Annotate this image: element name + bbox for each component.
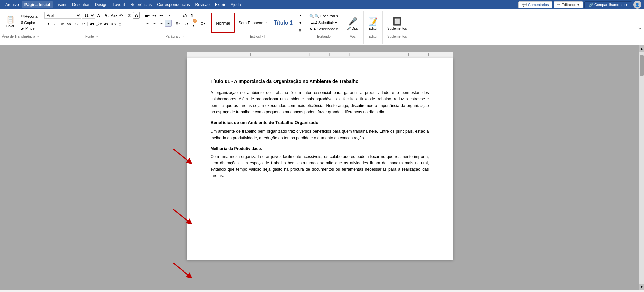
supplements-group: 🔲 Suplementos Suplementos bbox=[383, 11, 411, 44]
phonetic-button[interactable]: 文 bbox=[126, 12, 132, 19]
columns-button[interactable]: ⊟▾ bbox=[174, 20, 181, 27]
char-border-button[interactable]: ⊡ bbox=[117, 20, 123, 27]
show-marks-button[interactable]: ¶ bbox=[188, 12, 195, 19]
styles-group: Normal Sem Espaçame Título 1 ▲ ▼ ⊞ bbox=[209, 11, 306, 44]
italic-button[interactable]: I bbox=[51, 20, 58, 27]
share-button[interactable]: 🔗 Compartilhamento ▾ bbox=[584, 1, 632, 8]
char-shading-button[interactable]: ◾▾ bbox=[110, 20, 116, 27]
style-title1[interactable]: Título 1 bbox=[270, 13, 296, 33]
font-size-select[interactable]: 11 bbox=[82, 12, 95, 19]
styles-scroll: ▲ ▼ ⊞ bbox=[297, 12, 304, 34]
document-page: Título 01 - A Importância da Organização… bbox=[187, 58, 453, 260]
increase-indent-button[interactable]: ⇒ bbox=[174, 12, 181, 19]
align-left-button[interactable]: ≡ bbox=[144, 20, 151, 27]
clipboard-expand-icon[interactable]: ↗ bbox=[36, 35, 40, 38]
ruler-container: |||||||||||| bbox=[0, 52, 639, 58]
editing-group: 🔍 🔍 Localizar ▾ ⇄ ⇄ Substituir ▾ ➤ ➤ Sel… bbox=[306, 11, 342, 44]
para-expand-icon[interactable]: ↗ bbox=[181, 35, 185, 38]
font-label: Fonte ↗ bbox=[44, 34, 140, 39]
scroll-thumb[interactable] bbox=[640, 55, 644, 76]
microphone-icon: 🎤 bbox=[348, 17, 357, 26]
copy-button[interactable]: ⧉ Copiar bbox=[19, 19, 40, 25]
subscript-button[interactable]: X₂ bbox=[72, 20, 79, 27]
change-case-button[interactable]: Aa▾ bbox=[111, 12, 117, 19]
style-no-space-label: Sem Espaçame bbox=[238, 20, 267, 25]
clear-format-button[interactable]: A✕ bbox=[118, 12, 125, 19]
annotation-arrow-1 bbox=[170, 145, 193, 167]
menu-revisao[interactable]: Revisão bbox=[193, 1, 212, 8]
select-icon: ➤ bbox=[310, 27, 313, 31]
decrease-font-button[interactable]: A↓ bbox=[103, 12, 110, 19]
user-avatar[interactable]: 👤 bbox=[633, 1, 641, 9]
strikethrough-button[interactable]: ab bbox=[65, 20, 72, 27]
font-color-button[interactable]: A▾ bbox=[103, 20, 109, 27]
red-arrow-3-svg bbox=[170, 260, 193, 280]
copy-icon: ⧉ bbox=[21, 20, 23, 25]
bullets-button[interactable]: ☰▾ bbox=[144, 12, 151, 19]
page-marker-right bbox=[429, 75, 429, 80]
styles-expand-button[interactable]: ⊞ bbox=[297, 27, 304, 34]
styles-expand-icon[interactable]: ↗ bbox=[260, 35, 265, 38]
menu-inserir[interactable]: Inserir bbox=[53, 1, 69, 8]
comments-button[interactable]: 💬 Comentários bbox=[518, 1, 552, 8]
editor-label: Editor bbox=[366, 34, 380, 39]
style-no-space[interactable]: Sem Espaçame bbox=[235, 13, 270, 33]
font-dialog-button[interactable]: A bbox=[133, 12, 140, 19]
menu-layout[interactable]: Layout bbox=[110, 1, 128, 8]
para2-underline: bem organizado bbox=[258, 129, 287, 134]
menu-pagina-inicial[interactable]: Página Inicial bbox=[22, 1, 53, 8]
svg-line-0 bbox=[173, 149, 190, 162]
justify-button[interactable]: ≡ bbox=[165, 20, 172, 27]
app-body: |||||||||||| bbox=[0, 45, 644, 290]
ribbon: 📋 Colar ✂ Recortar ⧉ Copiar 🖌 bbox=[0, 9, 644, 45]
styles-up-button[interactable]: ▲ bbox=[297, 12, 304, 19]
paste-button[interactable]: 📋 Colar bbox=[2, 12, 19, 31]
replace-button[interactable]: ⇄ ⇄ Substituir ▾ bbox=[309, 20, 338, 26]
align-right-button[interactable]: ≡ bbox=[158, 20, 165, 27]
doc-para-2: Um ambiente de trabalho bem organizado t… bbox=[211, 128, 429, 141]
borders-button[interactable]: ⊡▾ bbox=[199, 20, 206, 27]
shading-button[interactable]: 🎨▾ bbox=[192, 20, 199, 27]
align-center-button[interactable]: ≡ bbox=[151, 20, 158, 27]
underline-button[interactable]: U▾ bbox=[58, 20, 65, 27]
line-spacing-button[interactable]: ↕▾ bbox=[183, 20, 190, 27]
styles-down-button[interactable]: ▼ bbox=[297, 19, 304, 26]
bold-button[interactable]: B bbox=[44, 20, 51, 27]
font-group: Arial 11 A↑ A↓ Aa▾ A✕ 文 A B I U▾ ab bbox=[42, 11, 142, 44]
font-expand-icon[interactable]: ↗ bbox=[95, 35, 99, 38]
clipboard-group: 📋 Colar ✂ Recortar ⧉ Copiar 🖌 bbox=[0, 11, 42, 44]
supplements-button[interactable]: 🔲 Suplementos bbox=[385, 16, 409, 32]
editing-button[interactable]: ✏ Editando ▾ bbox=[554, 1, 583, 8]
sort-button[interactable]: ↕A bbox=[181, 12, 188, 19]
scroll-up-button[interactable]: ▲ bbox=[639, 45, 644, 52]
editor-group: 📝 Editor Editor bbox=[364, 11, 383, 44]
style-normal[interactable]: Normal bbox=[211, 13, 235, 33]
dictate-button[interactable]: 🎤 🎤 Ditar bbox=[344, 16, 361, 32]
select-button[interactable]: ➤ ➤ Selecionar ▾ bbox=[308, 26, 339, 32]
find-button[interactable]: 🔍 🔍 Localizar ▾ bbox=[308, 13, 340, 19]
font-name-select[interactable]: Arial bbox=[44, 12, 81, 19]
superscript-button[interactable]: X² bbox=[80, 20, 86, 27]
annotation-arrow-2 bbox=[170, 206, 193, 227]
menu-correspondencias[interactable]: Correspondências bbox=[154, 1, 192, 8]
cut-button[interactable]: ✂ Recortar bbox=[19, 13, 40, 19]
highlight-button[interactable]: 🖊▾ bbox=[96, 20, 102, 27]
style-title1-label: Título 1 bbox=[274, 20, 293, 26]
menu-ajuda[interactable]: Ajuda bbox=[228, 1, 244, 8]
multilevel-list-button[interactable]: ≣▾ bbox=[158, 12, 165, 19]
numbering-button[interactable]: ≡▾ bbox=[151, 12, 158, 19]
format-painter-button[interactable]: 🖌 Pincel bbox=[19, 26, 40, 31]
document-scroll[interactable]: |||||||||||| bbox=[0, 45, 639, 290]
menu-referencias[interactable]: Referências bbox=[128, 1, 154, 8]
font-color-A-button[interactable]: A▾ bbox=[89, 20, 95, 27]
increase-font-button[interactable]: A↑ bbox=[96, 12, 103, 19]
menu-exibir[interactable]: Exibir bbox=[212, 1, 228, 8]
scroll-down-button[interactable]: ▼ bbox=[639, 284, 644, 290]
menu-desenhar[interactable]: Desenhar bbox=[69, 1, 92, 8]
editor-button[interactable]: 📝 Editor bbox=[366, 16, 380, 32]
ribbon-collapse-button[interactable]: ▽ bbox=[637, 24, 643, 32]
vertical-scrollbar[interactable]: ▲ ▼ bbox=[639, 45, 644, 290]
decrease-indent-button[interactable]: ⇐ bbox=[167, 12, 174, 19]
menu-arquivo[interactable]: Arquivo bbox=[3, 1, 22, 8]
menu-design[interactable]: Design bbox=[92, 1, 110, 8]
